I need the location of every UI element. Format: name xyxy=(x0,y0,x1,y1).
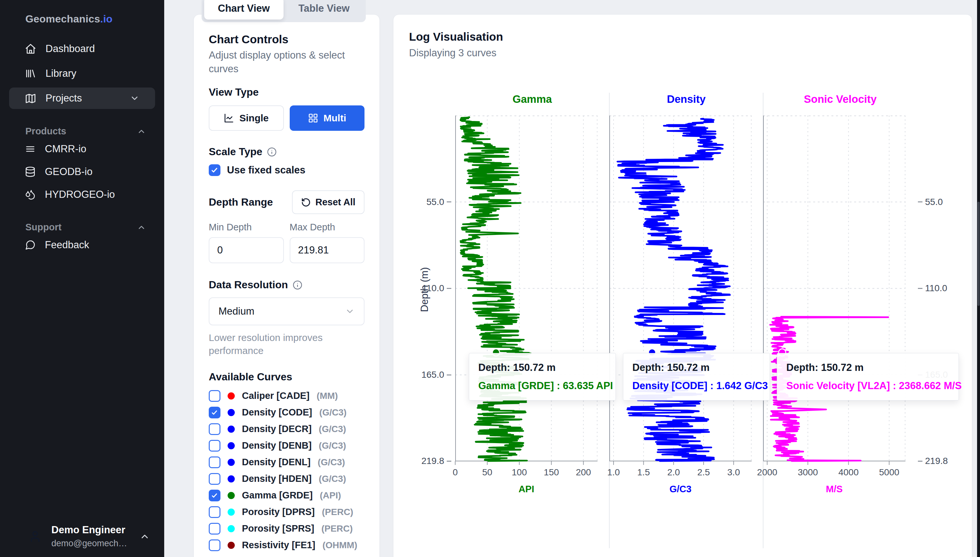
single-view-button[interactable]: Single xyxy=(209,106,284,131)
svg-text:1.5: 1.5 xyxy=(637,467,650,477)
curve-checkbox[interactable] xyxy=(209,539,221,551)
sidebar-item-feedback[interactable]: Feedback xyxy=(9,235,155,256)
svg-text:150: 150 xyxy=(544,467,559,477)
curve-row-density-code[interactable]: Density [CODE](G/C3) xyxy=(209,404,365,421)
log-plot[interactable]: Gamma050100150200APIDepth: 150.72 mGamma… xyxy=(455,83,917,506)
available-curves-label: Available Curves xyxy=(209,371,365,383)
curve-row-resistivity-fe1[interactable]: Resistivity [FE1](OHMM) xyxy=(209,537,365,554)
min-depth-input[interactable]: 0 xyxy=(209,237,284,263)
track-title: Sonic Velocity xyxy=(763,83,917,116)
max-depth-input[interactable]: 219.81 xyxy=(290,237,365,263)
curve-checkbox[interactable] xyxy=(209,423,221,435)
tab-chart-view[interactable]: Chart View xyxy=(204,0,284,20)
tab-table-view[interactable]: Table View xyxy=(285,0,363,20)
track-plot-svg[interactable]: 1.01.52.02.53.0G/C3 xyxy=(609,116,752,497)
sidebar-item-cmrr-io[interactable]: CMRR-io xyxy=(9,138,155,160)
curve-checkbox[interactable] xyxy=(209,506,221,518)
tick-mark xyxy=(447,375,451,375)
curve-checkbox[interactable] xyxy=(209,523,221,534)
sidebar-item-dashboard[interactable]: Dashboard xyxy=(9,38,155,60)
scrollbar-thumb[interactable] xyxy=(977,202,980,306)
tooltip-depth: Depth: 150.72 m xyxy=(633,362,761,373)
min-depth-label: Min Depth xyxy=(209,222,284,233)
svg-text:1.0: 1.0 xyxy=(607,467,620,477)
curve-color-dot xyxy=(227,542,235,549)
sidebar-section-products[interactable]: Products xyxy=(25,126,146,137)
curve-row-density-denb[interactable]: Density [DENB](G/C3) xyxy=(209,437,365,454)
svg-text:G/C3: G/C3 xyxy=(670,484,691,494)
curve-color-dot xyxy=(227,492,235,499)
svg-text:3.0: 3.0 xyxy=(727,467,740,477)
logo-suffix: .io xyxy=(100,13,112,25)
view-type-buttons: SingleMulti xyxy=(209,106,365,131)
track-plot-svg[interactable]: 050100150200API xyxy=(455,116,598,497)
resolution-select[interactable]: Medium xyxy=(209,297,365,325)
track-plot-svg[interactable]: 2000300040005000M/S xyxy=(763,116,905,497)
track-gamma: Gamma050100150200API xyxy=(455,83,609,498)
controls-title: Chart Controls xyxy=(209,33,365,46)
sidebar-item-library[interactable]: Library xyxy=(9,63,155,84)
curve-color-dot xyxy=(227,442,235,449)
curve-checkbox[interactable] xyxy=(209,490,221,502)
view-tabs: Chart ViewTable View xyxy=(201,0,366,22)
droplets-icon xyxy=(25,189,36,200)
curve-checkbox[interactable] xyxy=(209,473,221,485)
sidebar-item-hydrogeo-io[interactable]: HYDROGEO-io xyxy=(9,184,155,205)
library-icon xyxy=(25,68,36,80)
curve-color-dot xyxy=(227,459,235,466)
chevron-down-icon xyxy=(345,306,355,316)
curve-row-density-hden[interactable]: Density [HDEN](G/C3) xyxy=(209,471,365,487)
curve-row-gamma-grde[interactable]: Gamma [GRDE](API) xyxy=(209,487,365,504)
curve-checkbox[interactable] xyxy=(209,407,221,419)
resolution-value: Medium xyxy=(219,306,254,317)
chart-title: Log Visualisation xyxy=(409,30,956,43)
curve-color-dot xyxy=(227,393,235,399)
user-email: demo@geomechanic... xyxy=(51,539,130,549)
sidebar: Geomechanics.io DashboardLibraryProjects… xyxy=(0,0,164,557)
sidebar-nav: DashboardLibraryProjects xyxy=(0,38,164,109)
depth-tick-label: 219.8 xyxy=(414,456,451,466)
curve-row-density-decr[interactable]: Density [DECR](G/C3) xyxy=(209,421,365,437)
reset-all-button[interactable]: Reset All xyxy=(292,191,365,214)
curve-checkbox[interactable] xyxy=(209,440,221,451)
curve-row-density-denl[interactable]: Density [DENL](G/C3) xyxy=(209,454,365,471)
map-icon xyxy=(25,93,36,104)
tooltip-depth: Depth: 150.72 m xyxy=(786,362,949,373)
curve-checkbox[interactable] xyxy=(209,390,221,402)
fixed-scales-checkbox[interactable] xyxy=(209,164,221,176)
resolution-help: Lower resolution improves performance xyxy=(209,331,365,357)
chart-subtitle: Displaying 3 curves xyxy=(409,47,956,59)
tick-mark xyxy=(918,288,922,289)
curve-row-caliper-cade[interactable]: Caliper [CADE](MM) xyxy=(209,388,365,404)
depth-tick-label: 55.0 xyxy=(918,197,943,207)
fixed-scales-checkbox-row[interactable]: Use fixed scales xyxy=(209,164,365,176)
chart-controls-panel: Chart Controls Adjust display options & … xyxy=(193,14,380,557)
svg-text:0: 0 xyxy=(453,467,458,477)
multi-view-button[interactable]: Multi xyxy=(290,106,365,131)
depth-tick-label: 165.0 xyxy=(414,370,451,380)
user-menu[interactable]: Demo Engineer demo@geomechanic... xyxy=(0,524,164,549)
logo-text: Geomechanics xyxy=(25,13,100,25)
sidebar-item-projects[interactable]: Projects xyxy=(9,88,155,109)
sidebar-item-label: Dashboard xyxy=(45,43,95,55)
sidebar-item-geodb-io[interactable]: GEODB-io xyxy=(9,161,155,182)
sidebar-section-support[interactable]: Support xyxy=(25,222,146,233)
tooltip-depth: Depth: 150.72 m xyxy=(478,362,607,373)
controls-subtitle: Adjust display options & select curves xyxy=(209,49,365,76)
tick-mark xyxy=(918,201,922,202)
curve-row-porosity-dprs[interactable]: Porosity [DPRS](PERC) xyxy=(209,504,365,520)
log-visualisation-panel: Log Visualisation Displaying 3 curves De… xyxy=(393,14,972,557)
depth-tick-label: 110.0 xyxy=(918,283,947,293)
curve-checkbox[interactable] xyxy=(209,456,221,468)
curve-color-dot xyxy=(227,508,235,516)
svg-text:2000: 2000 xyxy=(757,467,777,477)
fixed-scales-label: Use fixed scales xyxy=(227,164,305,176)
svg-text:100: 100 xyxy=(512,467,527,477)
tooltip-value: Density [CODE] : 1.642 G/C3 xyxy=(633,380,761,392)
tick-mark xyxy=(918,461,922,462)
track-title: Gamma xyxy=(455,83,609,116)
curve-row-porosity-sprs[interactable]: Porosity [SPRS](PERC) xyxy=(209,520,365,537)
svg-text:API: API xyxy=(519,484,534,494)
tooltip-gamma: Depth: 150.72 mGamma [GRDE] : 63.635 API xyxy=(469,353,616,401)
page-scrollbar[interactable] xyxy=(977,0,980,557)
